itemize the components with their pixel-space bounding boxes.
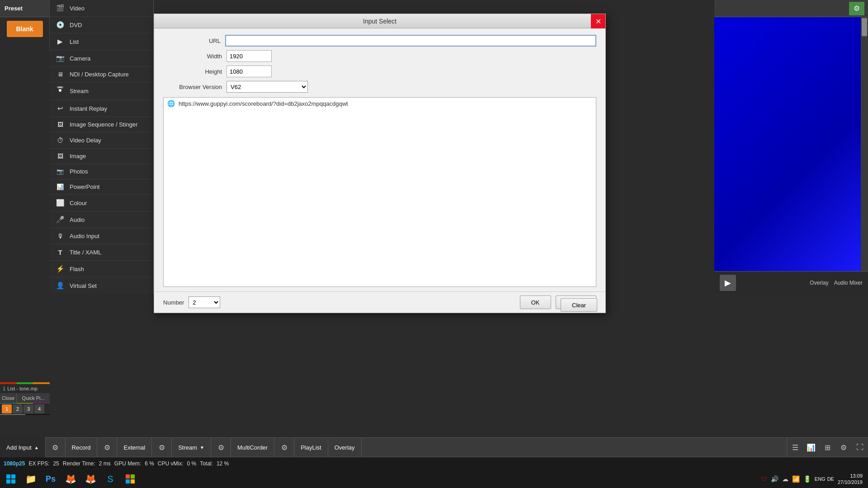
list-item-colour[interactable]: ⬜ Colour <box>50 195 153 211</box>
svg-rect-1 <box>6 474 10 479</box>
list-item-audio[interactable]: 🎤 Audio <box>50 211 153 228</box>
preview-area <box>714 17 868 271</box>
taskbar-clock: 13:09 27/10/2019 <box>838 473 863 486</box>
svg-rect-3 <box>6 479 10 483</box>
ok-button[interactable]: OK <box>520 296 551 309</box>
url-input[interactable] <box>225 35 596 47</box>
number-select[interactable]: 1 2 3 4 <box>189 296 220 308</box>
close-small-button[interactable]: Close <box>0 393 17 403</box>
video-icon: 🎬 <box>55 4 65 12</box>
preset-label: Preset <box>0 0 49 17</box>
total-label: Total: <box>200 460 213 467</box>
multicorder-button[interactable]: MultiCorder <box>231 437 274 457</box>
overlay-button[interactable]: Overlay <box>328 437 362 457</box>
list-item-dvd[interactable]: 💿 DVD <box>50 17 153 33</box>
tray-volume-icon[interactable]: 🔊 <box>771 475 778 483</box>
list-item-audio-input[interactable]: 🎙 Audio Input <box>50 228 153 244</box>
quick-pick-button[interactable]: Quick Pi... <box>17 393 50 403</box>
record-button[interactable]: Record <box>66 437 98 457</box>
play-button[interactable]: ▶ <box>720 275 736 291</box>
camera-icon: 📷 <box>55 54 65 62</box>
url-list-item[interactable]: 🌐 https://www.guppyi.com/scoreboard/?did… <box>164 98 596 109</box>
url-list-area: 🌐 https://www.guppyi.com/scoreboard/?did… <box>163 97 596 287</box>
instant-replay-icon: ↩ <box>55 104 65 113</box>
svg-rect-7 <box>126 479 130 483</box>
list-item-camera[interactable]: 📷 Camera <box>50 50 153 67</box>
list-entry: 1 List - tone.mp <box>0 384 50 393</box>
height-row: Height <box>163 66 596 77</box>
overlay-label: Overlay <box>335 444 355 451</box>
toolbar-icon-settings2[interactable]: ⚙ <box>835 437 852 457</box>
list-item-flash[interactable]: ⚡ Flash <box>50 261 153 277</box>
toolbar-icon-grid[interactable]: ⊞ <box>819 437 835 457</box>
taskbar-firefox[interactable]: 🦊 <box>81 471 99 487</box>
add-input-label: Add Input <box>6 444 32 451</box>
list-item-image-sequence[interactable]: 🖼 Image Sequence / Stinger <box>50 117 153 132</box>
num-2-button[interactable]: 2 <box>13 404 23 413</box>
num-3-button[interactable]: 3 <box>24 404 33 413</box>
num-4-button[interactable]: 4 <box>34 404 44 413</box>
list-item-video[interactable]: 🎬 Video <box>50 0 153 17</box>
settings-gear-button[interactable]: ⚙ <box>849 2 864 15</box>
blank-button[interactable]: Blank <box>7 21 43 37</box>
list-item-title-xaml[interactable]: T Title / XAML <box>50 244 153 261</box>
list-item-video-delay[interactable]: ⏱ Video Delay <box>50 132 153 149</box>
taskbar-time: 13:09 <box>838 473 863 479</box>
dialog-title: Input Select <box>363 18 396 25</box>
tray-antivirus-icon: 🛡 <box>761 475 767 483</box>
height-input[interactable] <box>226 66 272 77</box>
list-item-image[interactable]: 🖼 Image <box>50 149 153 164</box>
ndi-icon: 🖥 <box>55 71 65 78</box>
start-button[interactable] <box>2 471 20 487</box>
stream-button[interactable]: Stream ▼ <box>172 437 211 457</box>
system-info: ENG DE <box>815 476 834 482</box>
fps-label: EX FPS: <box>28 460 49 467</box>
playlist-button[interactable]: PlayList <box>294 437 328 457</box>
image-sequence-icon: 🖼 <box>55 121 65 128</box>
external-button[interactable]: External <box>117 437 152 457</box>
numbers-row: 1 2 3 4 <box>0 404 50 414</box>
toolbar-gear-4[interactable]: ⚙ <box>211 437 231 457</box>
toolbar-icon-chart[interactable]: 📊 <box>803 437 819 457</box>
list-item-instant-replay[interactable]: ↩ Instant Replay <box>50 100 153 117</box>
powerpoint-icon: 📊 <box>55 183 65 190</box>
width-input[interactable] <box>226 50 272 62</box>
num-1-button[interactable]: 1 <box>2 404 12 413</box>
svg-rect-6 <box>131 474 135 479</box>
list-item-ndi[interactable]: 🖥 NDI / Desktop Capture <box>50 67 153 82</box>
list-item-list[interactable]: ▶ List <box>50 33 153 50</box>
audio-mixer-label: Overlay <box>810 280 828 286</box>
taskbar-store[interactable] <box>121 471 139 487</box>
colour-icon: ⬜ <box>55 199 65 207</box>
flash-icon: ⚡ <box>55 265 65 273</box>
image-icon: 🖼 <box>55 153 65 160</box>
width-label: Width <box>163 53 222 60</box>
taskbar-file-explorer[interactable]: 📁 <box>22 471 40 487</box>
toolbar-icon-fullscreen[interactable]: ⛶ <box>852 437 868 457</box>
toolbar-gear-5[interactable]: ⚙ <box>274 437 294 457</box>
list-item-powerpoint[interactable]: 📊 PowerPoint <box>50 179 153 195</box>
toolbar-gear-3[interactable]: ⚙ <box>152 437 172 457</box>
photos-icon: 📷 <box>55 168 65 175</box>
taskbar-skype[interactable]: S <box>101 471 119 487</box>
right-preview-panel: ⚙ ▶ Overlay Audio Mixer <box>714 0 868 294</box>
preset-panel: Preset Blank <box>0 0 50 51</box>
list-item-stream[interactable]: Stream <box>50 82 153 100</box>
render-label: Render Time: <box>63 460 95 467</box>
tray-battery-icon: 🔋 <box>803 475 811 483</box>
list-entry-label: List - tone.mp <box>7 386 38 391</box>
list-item-virtual-set[interactable]: 👤 Virtual Set <box>50 277 153 294</box>
taskbar-photoshop[interactable]: Ps <box>42 471 60 487</box>
toolbar-gear-2[interactable]: ⚙ <box>97 437 117 457</box>
list-item-photos[interactable]: 📷 Photos <box>50 164 153 179</box>
add-input-button[interactable]: Add Input ▲ <box>0 437 46 457</box>
clear-button[interactable]: Clear <box>561 298 597 312</box>
width-row: Width <box>163 50 596 62</box>
toolbar-icon-list[interactable]: ☰ <box>787 437 803 457</box>
browser-version-select[interactable]: V62 V70 V80 <box>226 81 308 93</box>
toolbar-gear-1[interactable]: ⚙ <box>46 437 66 457</box>
svg-rect-5 <box>126 474 130 479</box>
taskbar-orange-app[interactable]: 🦊 <box>61 471 80 487</box>
dialog-close-button[interactable]: ✕ <box>591 14 605 28</box>
quick-row: Close Quick Pi... <box>0 393 50 403</box>
